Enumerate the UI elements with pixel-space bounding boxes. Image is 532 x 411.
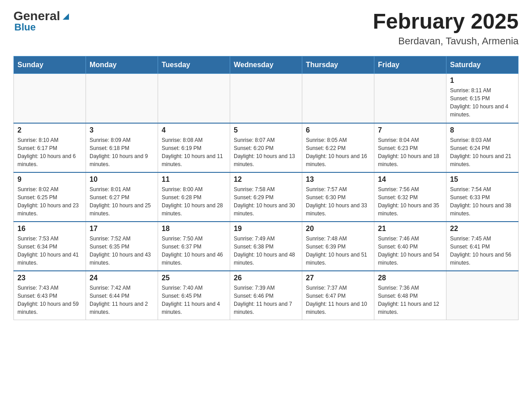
day-number: 24 [90,274,154,282]
day-number: 1 [450,77,515,85]
day-number: 2 [17,126,82,134]
calendar-cell: 1Sunrise: 8:11 AMSunset: 6:15 PMDaylight… [446,74,519,123]
calendar-cell [14,74,86,123]
day-number: 8 [450,126,515,134]
calendar-cell: 7Sunrise: 8:04 AMSunset: 6:23 PMDaylight… [374,123,446,172]
calendar-cell: 27Sunrise: 7:37 AMSunset: 6:47 PMDayligh… [302,271,374,320]
day-number: 4 [162,126,226,134]
calendar-cell: 14Sunrise: 7:56 AMSunset: 6:32 PMDayligh… [374,172,446,222]
day-number: 11 [162,176,226,184]
day-info: Sunrise: 7:56 AMSunset: 6:32 PMDaylight:… [378,185,442,218]
day-info: Sunrise: 7:50 AMSunset: 6:37 PMDaylight:… [162,235,226,267]
calendar-cell [158,74,230,123]
day-info: Sunrise: 7:40 AMSunset: 6:45 PMDaylight:… [162,284,226,316]
day-info: Sunrise: 8:10 AMSunset: 6:17 PMDaylight:… [17,136,82,168]
svg-marker-0 [63,13,69,20]
calendar-cell: 4Sunrise: 8:08 AMSunset: 6:19 PMDaylight… [158,123,230,172]
calendar-title: February 2025 [373,9,519,34]
calendar-cell: 18Sunrise: 7:50 AMSunset: 6:37 PMDayligh… [158,222,230,271]
day-number: 26 [234,274,298,282]
day-number: 18 [162,225,226,233]
col-header-sunday: Sunday [14,56,86,74]
day-number: 7 [378,126,442,134]
calendar-cell: 22Sunrise: 7:45 AMSunset: 6:41 PMDayligh… [446,222,519,271]
calendar-cell: 9Sunrise: 8:02 AMSunset: 6:25 PMDaylight… [14,172,86,222]
calendar-week-row: 9Sunrise: 8:02 AMSunset: 6:25 PMDaylight… [14,172,519,222]
day-number: 6 [306,126,370,134]
day-info: Sunrise: 8:09 AMSunset: 6:18 PMDaylight:… [90,136,154,168]
day-info: Sunrise: 7:43 AMSunset: 6:43 PMDaylight:… [17,284,82,316]
day-number: 19 [234,225,298,233]
day-info: Sunrise: 8:02 AMSunset: 6:25 PMDaylight:… [17,185,82,218]
day-info: Sunrise: 7:36 AMSunset: 6:48 PMDaylight:… [378,284,442,316]
calendar-cell: 2Sunrise: 8:10 AMSunset: 6:17 PMDaylight… [14,123,86,172]
calendar-cell: 6Sunrise: 8:05 AMSunset: 6:22 PMDaylight… [302,123,374,172]
calendar-cell: 26Sunrise: 7:39 AMSunset: 6:46 PMDayligh… [230,271,302,320]
day-number: 14 [378,176,442,184]
day-number: 3 [90,126,154,134]
calendar-cell: 17Sunrise: 7:52 AMSunset: 6:35 PMDayligh… [86,222,158,271]
day-info: Sunrise: 7:42 AMSunset: 6:44 PMDaylight:… [90,284,154,316]
title-block: February 2025 Berdavan, Tavush, Armenia [373,9,519,47]
calendar-week-row: 1Sunrise: 8:11 AMSunset: 6:15 PMDaylight… [14,74,519,123]
day-info: Sunrise: 8:07 AMSunset: 6:20 PMDaylight:… [234,136,298,168]
day-number: 16 [17,225,82,233]
col-header-friday: Friday [374,56,446,74]
day-info: Sunrise: 7:39 AMSunset: 6:46 PMDaylight:… [234,284,298,316]
calendar-cell: 15Sunrise: 7:54 AMSunset: 6:33 PMDayligh… [446,172,519,222]
calendar-table: SundayMondayTuesdayWednesdayThursdayFrid… [13,56,519,320]
col-header-tuesday: Tuesday [158,56,230,74]
calendar-cell: 8Sunrise: 8:03 AMSunset: 6:24 PMDaylight… [446,123,519,172]
calendar-cell: 12Sunrise: 7:58 AMSunset: 6:29 PMDayligh… [230,172,302,222]
day-info: Sunrise: 7:58 AMSunset: 6:29 PMDaylight:… [234,185,298,218]
day-info: Sunrise: 7:49 AMSunset: 6:38 PMDaylight:… [234,235,298,267]
day-info: Sunrise: 7:52 AMSunset: 6:35 PMDaylight:… [90,235,154,267]
day-number: 15 [450,176,515,184]
day-number: 27 [306,274,370,282]
calendar-cell: 16Sunrise: 7:53 AMSunset: 6:34 PMDayligh… [14,222,86,271]
day-info: Sunrise: 8:11 AMSunset: 6:15 PMDaylight:… [450,86,515,119]
day-number: 10 [90,176,154,184]
day-number: 13 [306,176,370,184]
day-number: 9 [17,176,82,184]
day-number: 12 [234,176,298,184]
day-number: 23 [17,274,82,282]
calendar-cell: 20Sunrise: 7:48 AMSunset: 6:39 PMDayligh… [302,222,374,271]
logo: General Blue [13,9,71,33]
day-number: 20 [306,225,370,233]
calendar-header-row: SundayMondayTuesdayWednesdayThursdayFrid… [14,56,519,74]
calendar-cell [86,74,158,123]
logo-blue: Blue [14,21,36,33]
day-info: Sunrise: 8:04 AMSunset: 6:23 PMDaylight:… [378,136,442,168]
calendar-week-row: 2Sunrise: 8:10 AMSunset: 6:17 PMDaylight… [14,123,519,172]
col-header-thursday: Thursday [302,56,374,74]
day-info: Sunrise: 8:08 AMSunset: 6:19 PMDaylight:… [162,136,226,168]
day-info: Sunrise: 8:00 AMSunset: 6:28 PMDaylight:… [162,185,226,218]
day-info: Sunrise: 8:01 AMSunset: 6:27 PMDaylight:… [90,185,154,218]
day-number: 21 [378,225,442,233]
day-info: Sunrise: 7:48 AMSunset: 6:39 PMDaylight:… [306,235,370,267]
calendar-cell: 25Sunrise: 7:40 AMSunset: 6:45 PMDayligh… [158,271,230,320]
day-number: 5 [234,126,298,134]
day-info: Sunrise: 7:46 AMSunset: 6:40 PMDaylight:… [378,235,442,267]
calendar-cell: 24Sunrise: 7:42 AMSunset: 6:44 PMDayligh… [86,271,158,320]
day-info: Sunrise: 8:03 AMSunset: 6:24 PMDaylight:… [450,136,515,168]
calendar-cell: 13Sunrise: 7:57 AMSunset: 6:30 PMDayligh… [302,172,374,222]
col-header-saturday: Saturday [446,56,519,74]
day-number: 28 [378,274,442,282]
day-number: 17 [90,225,154,233]
calendar-cell: 3Sunrise: 8:09 AMSunset: 6:18 PMDaylight… [86,123,158,172]
col-header-wednesday: Wednesday [230,56,302,74]
calendar-cell [302,74,374,123]
page-header: General Blue February 2025 Berdavan, Tav… [13,9,519,47]
day-info: Sunrise: 7:37 AMSunset: 6:47 PMDaylight:… [306,284,370,316]
col-header-monday: Monday [86,56,158,74]
day-info: Sunrise: 8:05 AMSunset: 6:22 PMDaylight:… [306,136,370,168]
calendar-week-row: 16Sunrise: 7:53 AMSunset: 6:34 PMDayligh… [14,222,519,271]
day-info: Sunrise: 7:53 AMSunset: 6:34 PMDaylight:… [17,235,82,267]
day-info: Sunrise: 7:45 AMSunset: 6:41 PMDaylight:… [450,235,515,267]
calendar-cell: 23Sunrise: 7:43 AMSunset: 6:43 PMDayligh… [14,271,86,320]
day-number: 22 [450,225,515,233]
calendar-cell: 28Sunrise: 7:36 AMSunset: 6:48 PMDayligh… [374,271,446,320]
calendar-cell [374,74,446,123]
